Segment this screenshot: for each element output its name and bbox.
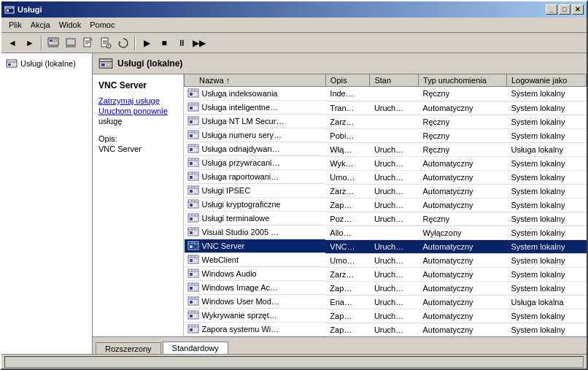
cell-typ: Ręczny: [419, 212, 507, 226]
table-row[interactable]: Usługa raportowani…Umo…Uruch…Automatyczn…: [185, 170, 587, 184]
svg-point-52: [191, 131, 193, 133]
desc-label: Opis:: [98, 134, 177, 143]
svg-rect-93: [194, 231, 197, 234]
table-row[interactable]: VNC ServerVNC…Uruch…AutomatycznySystem l…: [185, 239, 587, 253]
menu-widok[interactable]: Widok: [55, 19, 86, 31]
cell-logowanie: System lokalny: [506, 309, 586, 323]
table-row[interactable]: Visual Studio 2005 …Allo…WyłączonySystem…: [185, 226, 587, 239]
right-panel-header: Usługi (lokalne): [93, 53, 587, 74]
cell-nazwa: Wykrywanie sprzęt…: [185, 309, 326, 323]
cell-logowanie: Usługa lokalny: [506, 142, 586, 156]
bottom-tabs: Rozszerzony Standardowy: [93, 336, 587, 354]
col-typ[interactable]: Typ uruchomienia: [419, 74, 507, 87]
cell-nazwa: Usługa raportowani…: [185, 170, 326, 184]
svg-rect-32: [190, 93, 193, 96]
table-row[interactable]: Windows User Mod…Ena…Uruch…AutomatycznyU…: [185, 295, 587, 309]
cell-stan: Uruch…: [370, 156, 419, 170]
cell-stan: Uruch…: [370, 323, 419, 336]
restart-service-link[interactable]: Uruchom ponownie: [98, 107, 177, 115]
svg-point-71: [194, 173, 196, 174]
svg-point-89: [194, 215, 196, 216]
svg-rect-28: [101, 63, 105, 66]
menu-akcja[interactable]: Akcja: [26, 19, 55, 31]
cell-typ: Ręczny: [419, 142, 507, 156]
table-row[interactable]: Usługa odnajdywan…Włą…Uruch…RęcznyUsługa…: [185, 142, 587, 156]
services-table-wrapper[interactable]: Nazwa ↑ Opis Stan Typ uruchomienia Logow…: [184, 74, 587, 336]
svg-rect-81: [194, 204, 197, 207]
svg-point-88: [191, 215, 193, 216]
menu-pomoc[interactable]: Pomoc: [85, 19, 119, 31]
sidebar-item-services-local[interactable]: Usługi (lokalne): [4, 56, 89, 71]
cell-stan: Uruch…: [370, 309, 419, 323]
pause-button[interactable]: ⏸: [174, 35, 190, 51]
cell-typ: Automatyczny: [419, 281, 507, 295]
svg-rect-123: [194, 301, 197, 304]
cell-opis: Zarz…: [325, 267, 370, 281]
cell-logowanie: System lokalny: [506, 212, 586, 226]
svg-rect-98: [190, 245, 193, 248]
properties-button[interactable]: i: [98, 35, 114, 51]
table-row[interactable]: Usługa indeksowaniaInde…RęcznySystem lok…: [185, 87, 587, 101]
cell-opis: Poz…: [325, 212, 370, 226]
minimize-button[interactable]: _: [546, 4, 557, 15]
export-button[interactable]: [80, 35, 96, 51]
svg-rect-92: [190, 231, 193, 234]
cell-logowanie: System lokalny: [506, 253, 586, 267]
cell-opis: Zap…: [325, 281, 370, 295]
col-stan[interactable]: Stan: [370, 74, 419, 87]
cell-opis: Zap…: [325, 198, 370, 212]
menu-plik[interactable]: Plik: [4, 19, 26, 31]
cell-logowanie: System lokalny: [506, 87, 586, 101]
maximize-button[interactable]: □: [559, 4, 570, 15]
table-row[interactable]: Windows AudioZarz…Uruch…AutomatycznySyst…: [185, 267, 587, 281]
up-button[interactable]: [45, 35, 61, 51]
cell-logowanie: System lokalny: [506, 267, 586, 281]
close-button[interactable]: ✕: [572, 4, 584, 15]
refresh-button[interactable]: [115, 35, 131, 51]
play-button[interactable]: ▶: [139, 35, 155, 51]
col-opis[interactable]: Opis: [325, 74, 370, 87]
cell-nazwa: Visual Studio 2005 …: [185, 226, 326, 239]
cell-nazwa: Usługa indeksowania: [185, 87, 326, 101]
cell-typ: Automatyczny: [419, 309, 507, 323]
svg-rect-25: [12, 63, 15, 66]
svg-rect-117: [194, 287, 197, 290]
stop-service-link[interactable]: Zatrzymaj usługę: [98, 96, 177, 105]
cell-opis: Zarz…: [325, 184, 370, 198]
svg-point-53: [194, 131, 196, 133]
table-row[interactable]: Usługi IPSECZarz…Uruch…AutomatycznySyste…: [185, 184, 587, 198]
table-row[interactable]: Usługi terminalowePoz…Uruch…RęcznySystem…: [185, 212, 587, 226]
table-row[interactable]: Usługa inteligentne…Tran…Uruch…Automatyc…: [185, 101, 587, 115]
svg-rect-75: [194, 190, 197, 193]
cell-logowanie: System lokalny: [506, 170, 586, 184]
svg-rect-116: [190, 287, 193, 290]
tab-standardowy[interactable]: Standardowy: [163, 342, 228, 354]
table-row[interactable]: WebClientUmo…Uruch…AutomatycznySystem lo…: [185, 253, 587, 267]
cell-nazwa: Windows Image Ac…: [185, 281, 326, 295]
forward-button[interactable]: ►: [22, 35, 38, 51]
cell-typ: Automatyczny: [419, 267, 507, 281]
svg-rect-105: [194, 259, 197, 262]
col-logowanie[interactable]: Logowanie jako: [506, 74, 586, 87]
svg-rect-39: [194, 107, 197, 109]
table-row[interactable]: Windows Image Ac…Zap…Uruch…AutomatycznyS…: [185, 281, 587, 295]
table-row[interactable]: Usługa NT LM Secur…Zarz…RęcznySystem lok…: [185, 115, 587, 128]
col-nazwa[interactable]: Nazwa ↑: [185, 74, 326, 87]
show-hide-button[interactable]: [63, 35, 79, 51]
tab-rozszerzony[interactable]: Rozszerzony: [96, 342, 161, 354]
table-row[interactable]: Usługa przywracani…Wyk…Uruch…Automatyczn…: [185, 156, 587, 170]
table-row[interactable]: Wykrywanie sprzęt…Zap…Uruch…Automatyczny…: [185, 309, 587, 323]
restart-button[interactable]: ▶▶: [191, 35, 207, 51]
cell-nazwa: Usługa NT LM Secur…: [185, 115, 326, 128]
cell-logowanie: Usługa lokalna: [506, 295, 586, 309]
cell-logowanie: System lokalny: [506, 101, 586, 115]
stop-button[interactable]: ■: [156, 35, 172, 51]
table-row[interactable]: Usługi kryptograficzneZap…Uruch…Automaty…: [185, 198, 587, 212]
table-row[interactable]: Usługa numeru sery…Pobi…RęcznySystem lok…: [185, 128, 587, 142]
table-row[interactable]: Zapora systemu Wi…Zap…Uruch…Automatyczny…: [185, 323, 587, 336]
svg-point-106: [191, 256, 193, 258]
svg-point-94: [191, 228, 193, 230]
svg-point-58: [191, 145, 193, 147]
toolbar-sep2: [134, 36, 136, 50]
back-button[interactable]: ◄: [4, 35, 20, 51]
